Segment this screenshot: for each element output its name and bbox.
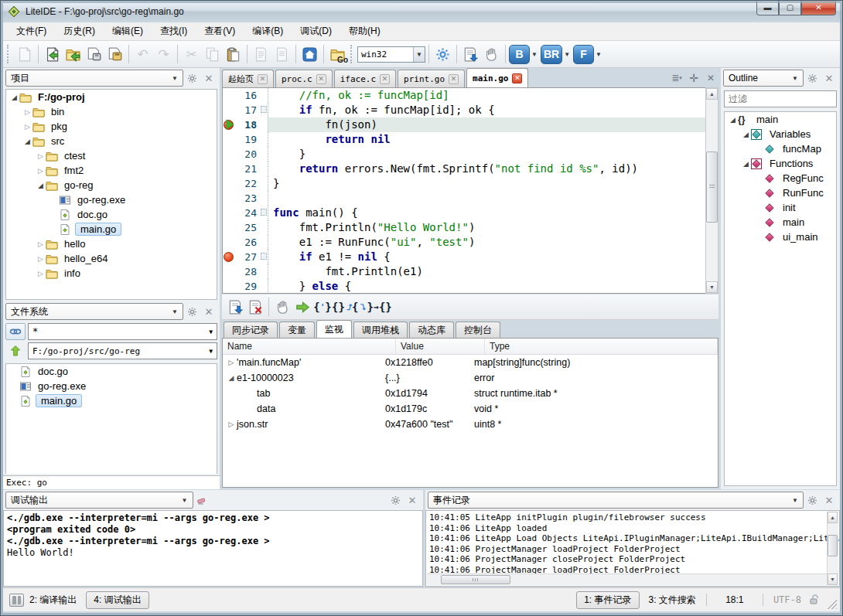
expand-arrow-icon[interactable]: ▷ xyxy=(226,420,237,428)
code-editor[interactable]: 16 //fn, ok := funcMap[id]17 if fn, ok :… xyxy=(222,87,718,294)
outline-panel-menu-button[interactable] xyxy=(804,70,821,87)
code-line-20[interactable]: 20 } xyxy=(223,147,718,162)
code-line-21[interactable]: 21 return errors.New(fmt.Sprintf("not fi… xyxy=(223,162,718,176)
menu-item[interactable]: 查找(I) xyxy=(152,22,196,40)
debug-tab[interactable]: 监视 xyxy=(316,320,352,338)
collapse-arrow-icon[interactable]: ◢ xyxy=(741,131,751,138)
editor-tab[interactable]: main.go✕ xyxy=(466,68,528,87)
debug-output-close-button[interactable]: ✕ xyxy=(404,492,421,509)
expand-arrow-icon[interactable]: ▷ xyxy=(22,123,32,131)
code-line-29[interactable]: 29 } else { xyxy=(223,279,718,294)
clear-output-button[interactable] xyxy=(193,492,210,509)
expand-arrow-icon[interactable]: ▷ xyxy=(36,240,46,248)
debug-tab[interactable]: 变量 xyxy=(279,322,315,338)
tab-close-icon[interactable]: ✕ xyxy=(258,74,268,84)
open-folder-button[interactable] xyxy=(63,44,84,65)
outline-item-main[interactable]: main xyxy=(725,215,836,230)
code-line-19[interactable]: 19 return nil xyxy=(223,132,718,147)
tab-close-icon[interactable]: ✕ xyxy=(380,74,390,84)
go-env-button[interactable]: Go xyxy=(327,44,348,65)
watch-column-header[interactable]: Value xyxy=(396,339,485,354)
filesystem-panel-select[interactable]: 文件系统 ▼ xyxy=(5,303,183,320)
outline-item-main[interactable]: ◢{}main xyxy=(725,112,836,127)
project-item-go-reg-exe[interactable]: go-reg.exe xyxy=(6,192,217,207)
project-item-main-go[interactable]: main.go xyxy=(6,222,217,237)
scroll-thumb[interactable] xyxy=(828,535,838,556)
menu-item[interactable]: 历史(R) xyxy=(55,22,104,40)
stop-button[interactable] xyxy=(481,44,502,65)
debug-tab[interactable]: 调用堆栈 xyxy=(353,322,408,338)
doc-next-button[interactable] xyxy=(271,44,292,65)
outline-item-runfunc[interactable]: RunFunc xyxy=(725,185,836,200)
filesystem-panel-close-button[interactable]: ✕ xyxy=(200,303,217,320)
undo-button[interactable]: ↶ xyxy=(132,44,153,65)
collapse-arrow-icon[interactable]: ◢ xyxy=(226,374,237,382)
scroll-down-arrow[interactable]: ▼ xyxy=(828,573,838,585)
step-out-button[interactable]: {⭝} xyxy=(353,297,373,317)
event-log-menu-button[interactable] xyxy=(804,492,821,509)
code-line-23[interactable]: 23 xyxy=(223,191,718,206)
menu-item[interactable]: 文件(F) xyxy=(8,22,55,40)
outline-item-funcmap[interactable]: funcMap xyxy=(725,141,836,156)
target-select[interactable]: win32 ▼ xyxy=(357,46,425,63)
pause-button[interactable] xyxy=(272,297,292,317)
continue-button[interactable] xyxy=(292,297,312,317)
expand-arrow-icon[interactable]: ▷ xyxy=(36,270,46,277)
outline-panel-close-button[interactable]: ✕ xyxy=(821,70,838,87)
fs-item-main-go[interactable]: main.go xyxy=(6,393,217,408)
up-directory-button[interactable] xyxy=(5,342,26,359)
encoding-label[interactable]: UTF-8 xyxy=(773,594,801,605)
toolbar-grip[interactable] xyxy=(350,45,355,63)
event-log-content[interactable]: 10:41:05 LiteApp initPlugin plugin/fileb… xyxy=(425,510,840,587)
menu-item[interactable]: 调试(D) xyxy=(292,22,340,40)
file-run-button[interactable]: F xyxy=(573,45,594,64)
editor-tab[interactable]: print.go✕ xyxy=(398,70,465,87)
code-line-17[interactable]: 17 if fn, ok := funcMap[id]; ok { xyxy=(223,103,718,117)
expand-arrow-icon[interactable]: ▷ xyxy=(226,359,237,366)
toolbar-grip[interactable] xyxy=(7,45,12,63)
tab-close-icon[interactable]: ✕ xyxy=(316,74,326,84)
outline-item-variables[interactable]: ◢Variables xyxy=(725,127,836,141)
code-line-16[interactable]: 16 //fn, ok := funcMap[id] xyxy=(223,88,718,103)
editor-tab[interactable]: proc.c✕ xyxy=(275,70,333,87)
run-to-line-button[interactable]: →{} xyxy=(373,297,393,317)
tab-close-icon[interactable]: ✕ xyxy=(512,73,522,83)
close-tab-button[interactable]: ✕ xyxy=(703,71,718,85)
compile-output-toggle[interactable]: 2: 编译输出 xyxy=(29,594,77,607)
lock-icon[interactable] xyxy=(808,594,821,606)
project-item-bin[interactable]: ▷bin xyxy=(6,104,217,119)
breakpoint-icon[interactable] xyxy=(223,250,236,264)
code-line-22[interactable]: 22} xyxy=(223,176,718,191)
fold-marker-icon[interactable] xyxy=(259,103,268,117)
event-log-select[interactable]: 事件记录 ▼ xyxy=(428,492,804,509)
load-doc-button[interactable] xyxy=(460,44,481,65)
project-item-hello[interactable]: ▷hello xyxy=(6,237,217,251)
copy-button[interactable] xyxy=(202,44,223,65)
expand-arrow-icon[interactable]: ▷ xyxy=(22,108,32,116)
watch-row[interactable]: data0x1d179cvoid * xyxy=(223,401,718,417)
project-item-go-reg[interactable]: ◢go-reg xyxy=(6,178,217,192)
open-file-button[interactable] xyxy=(42,44,63,65)
editor-tab[interactable]: 起始页✕ xyxy=(222,70,274,87)
collapse-arrow-icon[interactable]: ◢ xyxy=(22,138,32,145)
titlebar[interactable]: LiteIDE - F:\go-proj\src\go-reg\main.go … xyxy=(1,1,842,22)
file-search-toggle[interactable]: 3: 文件搜索 xyxy=(649,594,696,607)
project-panel-select[interactable]: 项目 ▼ xyxy=(5,70,183,87)
file-run-dropdown[interactable]: ▼ xyxy=(596,51,602,58)
save-file-button[interactable] xyxy=(84,44,104,65)
filesystem-panel-menu-button[interactable] xyxy=(183,303,200,320)
editor-vscrollbar[interactable]: ▲ ▼ xyxy=(705,87,718,294)
project-item-ctest[interactable]: ▷ctest xyxy=(6,148,217,163)
event-log-vscrollbar[interactable]: ▲ ▼ xyxy=(827,512,838,585)
project-item-hello-e64[interactable]: ▷hello_e64 xyxy=(6,251,217,266)
menu-item[interactable]: 编译(B) xyxy=(244,22,292,40)
collapse-arrow-icon[interactable]: ◢ xyxy=(36,182,46,189)
debug-tab[interactable]: 控制台 xyxy=(456,322,500,338)
code-line-26[interactable]: 26 e1 := RunFunc("ui", "test") xyxy=(223,235,718,250)
delete-session-button[interactable] xyxy=(245,297,265,317)
editor-tab[interactable]: iface.c✕ xyxy=(334,70,396,87)
toggle-panels-icon[interactable] xyxy=(9,594,24,607)
watch-row[interactable]: ◢e1-10000023{...}error xyxy=(223,370,718,386)
event-log-hscrollbar[interactable] xyxy=(427,573,827,585)
new-tab-button[interactable]: ✛ xyxy=(686,71,701,85)
